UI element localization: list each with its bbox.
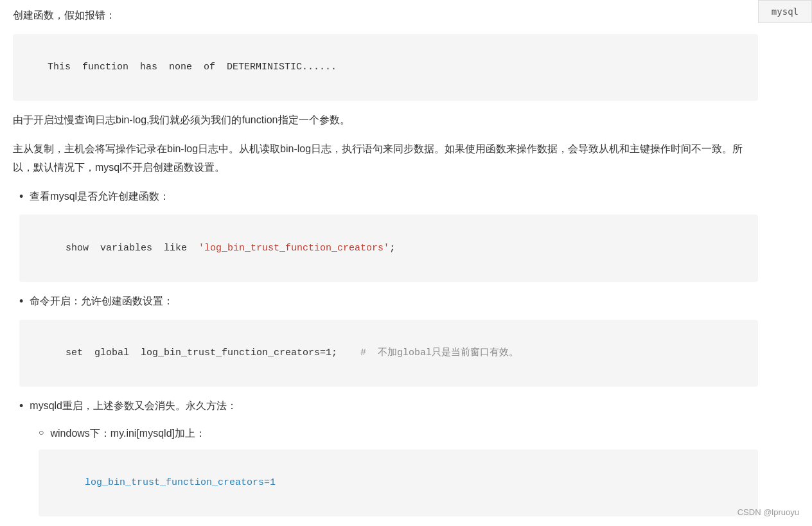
bullet-dot-2: • <box>19 292 23 311</box>
bullet-dot-3: • <box>19 397 23 416</box>
page-container: 创建函数，假如报错： This function has none of DET… <box>0 0 771 526</box>
bullet-label-1: 查看mysql是否允许创建函数： <box>30 188 170 206</box>
set-global-block: set global log_bin_trust_function_creato… <box>19 320 758 387</box>
bullet-list: • 查看mysql是否允许创建函数： show variables like '… <box>13 188 758 526</box>
code-string: 'log_bin_trust_function_creators' <box>199 243 389 254</box>
sub-bullet-label-1: windows下：my.ini[mysqld]加上： <box>50 425 206 443</box>
bullet-dot-1: • <box>19 188 23 206</box>
bullet-label-3: mysqld重启，上述参数又会消失。永久方法： <box>30 397 237 416</box>
error-code-content: This function has none of DETERMINISTIC.… <box>48 62 337 73</box>
explanation2: 主从复制，主机会将写操作记录在bin-log日志中。从机读取bin-log日志，… <box>13 140 758 177</box>
code-set-comment: # 不加global只是当前窗口有效。 <box>337 347 518 358</box>
code-after-string: ; <box>389 243 395 254</box>
bullet-item-2: • 命令开启：允许创建函数设置： <box>19 292 758 311</box>
bullet-label-2: 命令开启：允许创建函数设置： <box>30 292 173 311</box>
error-code-block: This function has none of DETERMINISTIC.… <box>13 34 758 101</box>
sidebar-tag: mysql <box>758 0 812 23</box>
sub-bullet-dot-1: ○ <box>39 425 44 441</box>
show-variables-block: show variables like 'log_bin_trust_funct… <box>19 215 758 282</box>
code-set-before: set global log_bin_trust_function_creato… <box>66 347 337 358</box>
explanation1: 由于开启过慢查询日志bin-log,我们就必须为我们的function指定一个参… <box>13 111 758 130</box>
bullet-item-1: • 查看mysql是否允许创建函数： <box>19 188 758 206</box>
sub-bullet-item-1: ○ windows下：my.ini[mysqld]加上： <box>39 425 758 443</box>
bullet-item-3: • mysqld重启，上述参数又会消失。永久方法： <box>19 397 758 416</box>
intro-text: 创建函数，假如报错： <box>13 6 758 25</box>
windows-code-block: log_bin_trust_function_creators=1 <box>39 450 758 517</box>
code-before-string: show variables like <box>66 243 199 254</box>
footer-text: CSDN @lpruoyu <box>737 506 799 520</box>
windows-code-content: log_bin_trust_function_creators=1 <box>85 477 276 488</box>
